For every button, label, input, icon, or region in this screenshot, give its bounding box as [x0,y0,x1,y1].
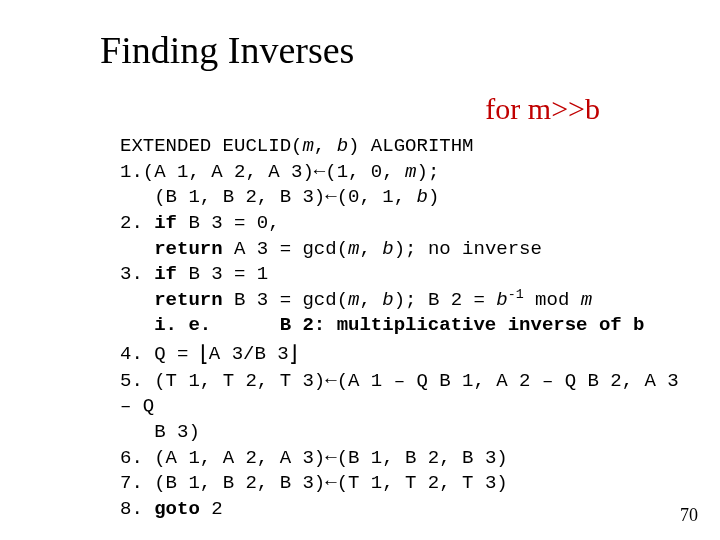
step3-ret-sup: -1 [508,287,524,302]
step8-num: 8. [120,498,143,520]
algo-header-post: ) ALGORITHM [348,135,473,157]
page-number: 70 [680,505,698,526]
algo-header-m: m [302,135,313,157]
step3-if-pre [143,263,154,285]
step2-ret-b: b [382,238,393,260]
step8-body-post: 2 [200,498,223,520]
step3-ret-post-suf2: mod [524,289,581,311]
step3-return: return [154,289,222,311]
step5a-pre: (T 1, T 2, T 3) [143,370,325,392]
slide: Finding Inverses for m>>b EXTENDED EUCLI… [0,0,720,540]
step2-ret-post-suf: ); no inverse [394,238,542,260]
step5-num: 5. [120,370,143,392]
step8-goto: goto [154,498,200,520]
slide-subtitle: for m>>b [485,92,600,126]
left-arrow-icon: ← [325,186,336,208]
left-arrow-icon: ← [314,161,325,183]
algorithm-block: EXTENDED EUCLID(m, b) ALGORITHM 1.(A 1, … [120,134,700,523]
step3-ret-bital: b [496,289,507,311]
step1-num: 1. [120,161,143,183]
step4-body-mid: A 3/B 3 [209,343,289,365]
step6-num: 6. [120,447,143,469]
left-arrow-icon: ← [325,370,336,392]
step7-pre: (B 1, B 2, B 3) [143,472,325,494]
step3-num: 3. [120,263,143,285]
step3-if-post: B 3 = 1 [177,263,268,285]
step7-num: 7. [120,472,143,494]
left-arrow-icon: ← [325,472,336,494]
step2-ret-post-pre: A 3 = gcd( [223,238,348,260]
step3-ie: i. e. B 2: multiplicative inverse of b [154,314,644,336]
step4-body-pre: Q = [143,343,200,365]
step3-ret-post-suf1: ); B 2 = [394,289,497,311]
step2-ret-m: m [348,238,359,260]
step3-ret-post-pre: B 3 = gcd( [223,289,348,311]
step6-pre: (A 1, A 2, A 3) [143,447,325,469]
step2-ret-indent [120,238,154,260]
algo-header-pre: EXTENDED EUCLID( [120,135,302,157]
step2-num: 2. [120,212,143,234]
step6-post: (B 1, B 2, B 3) [337,447,508,469]
step3-if: if [154,263,177,285]
step1a-post-suf: ); [416,161,439,183]
step1a-pre: (A 1, A 2, A 3) [143,161,314,183]
floor-left-icon: ⌊ [200,339,209,369]
algo-header-b: b [337,135,348,157]
step1b-post-suf: ) [428,186,439,208]
left-arrow-icon: ← [325,447,336,469]
step2-ret-sep: , [359,238,382,260]
step1b-post-pre: (0, 1, [337,186,417,208]
step3-ret-mital: m [581,289,592,311]
step1a-post-pre: (1, 0, [325,161,405,183]
step4-num: 4. [120,343,143,365]
step5b: B 3) [120,421,200,443]
step3-ret-indent [120,289,154,311]
step2-return: return [154,238,222,260]
floor-right-icon: ⌋ [289,339,298,369]
step2-if-post: B 3 = 0, [177,212,280,234]
step8-body-pre [143,498,154,520]
step2-if: if [154,212,177,234]
step3-ie-indent [120,314,154,336]
step2-if-pre [143,212,154,234]
step1a-m: m [405,161,416,183]
step1b-b: b [416,186,427,208]
step3-ret-b: b [382,289,393,311]
step3-ret-sep: , [359,289,382,311]
step1b-pre: (B 1, B 2, B 3) [120,186,325,208]
step3-ret-m: m [348,289,359,311]
slide-title: Finding Inverses [100,28,354,72]
step7-post: (T 1, T 2, T 3) [337,472,508,494]
algo-header-sep: , [314,135,337,157]
